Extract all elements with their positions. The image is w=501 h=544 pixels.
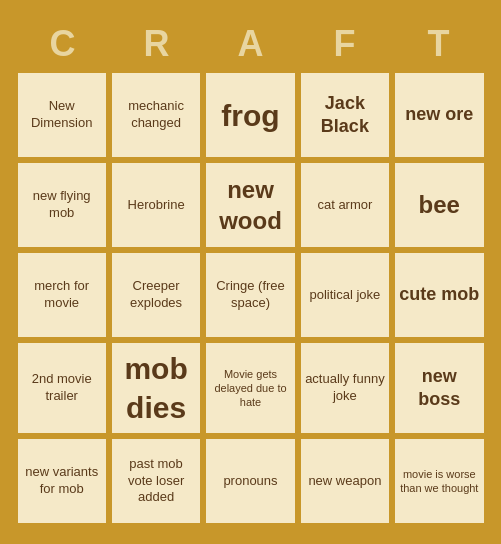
bingo-cell-13[interactable]: political joke: [299, 251, 391, 339]
bingo-cell-text-11: Creeper explodes: [116, 278, 196, 312]
header-f: F: [298, 19, 392, 69]
bingo-cell-text-13: political joke: [309, 287, 380, 304]
bingo-cell-21[interactable]: past mob vote loser added: [110, 437, 202, 525]
bingo-cell-7[interactable]: new wood: [204, 161, 296, 249]
bingo-cell-text-10: merch for movie: [22, 278, 102, 312]
bingo-grid: New Dimensionmechanic changedfrogJack Bl…: [16, 71, 486, 525]
bingo-cell-text-20: new variants for mob: [22, 464, 102, 498]
bingo-cell-24[interactable]: movie is worse than we thought: [393, 437, 485, 525]
bingo-cell-14[interactable]: cute mob: [393, 251, 485, 339]
bingo-cell-10[interactable]: merch for movie: [16, 251, 108, 339]
bingo-cell-9[interactable]: bee: [393, 161, 485, 249]
bingo-cell-5[interactable]: new flying mob: [16, 161, 108, 249]
bingo-cell-text-2: frog: [221, 96, 279, 135]
bingo-cell-16[interactable]: mob dies: [110, 341, 202, 435]
bingo-cell-text-21: past mob vote loser added: [116, 456, 196, 507]
bingo-cell-17[interactable]: Movie gets delayed due to hate: [204, 341, 296, 435]
bingo-cell-22[interactable]: pronouns: [204, 437, 296, 525]
bingo-cell-text-6: Herobrine: [128, 197, 185, 214]
bingo-cell-23[interactable]: new weapon: [299, 437, 391, 525]
bingo-cell-text-14: cute mob: [399, 283, 479, 306]
bingo-cell-3[interactable]: Jack Black: [299, 71, 391, 159]
header-a: A: [204, 19, 298, 69]
bingo-cell-text-9: bee: [419, 189, 460, 220]
header-c: C: [16, 19, 110, 69]
bingo-cell-8[interactable]: cat armor: [299, 161, 391, 249]
bingo-cell-text-19: new boss: [399, 365, 479, 412]
bingo-cell-1[interactable]: mechanic changed: [110, 71, 202, 159]
bingo-cell-text-4: new ore: [405, 103, 473, 126]
bingo-cell-19[interactable]: new boss: [393, 341, 485, 435]
bingo-cell-2[interactable]: frog: [204, 71, 296, 159]
header-r: R: [110, 19, 204, 69]
bingo-cell-text-23: new weapon: [308, 473, 381, 490]
bingo-card: C R A F T New Dimensionmechanic changedf…: [6, 9, 496, 535]
bingo-cell-text-0: New Dimension: [22, 98, 102, 132]
bingo-cell-12[interactable]: Cringe (free space): [204, 251, 296, 339]
header-t: T: [392, 19, 486, 69]
bingo-cell-4[interactable]: new ore: [393, 71, 485, 159]
bingo-cell-11[interactable]: Creeper explodes: [110, 251, 202, 339]
bingo-cell-text-15: 2nd movie trailer: [22, 371, 102, 405]
bingo-cell-15[interactable]: 2nd movie trailer: [16, 341, 108, 435]
bingo-cell-text-8: cat armor: [317, 197, 372, 214]
bingo-cell-text-7: new wood: [210, 174, 290, 236]
bingo-cell-text-1: mechanic changed: [116, 98, 196, 132]
bingo-cell-text-22: pronouns: [223, 473, 277, 490]
bingo-cell-text-24: movie is worse than we thought: [399, 467, 479, 496]
bingo-cell-text-3: Jack Black: [305, 92, 385, 139]
bingo-cell-6[interactable]: Herobrine: [110, 161, 202, 249]
bingo-cell-0[interactable]: New Dimension: [16, 71, 108, 159]
bingo-cell-text-17: Movie gets delayed due to hate: [210, 367, 290, 410]
bingo-cell-18[interactable]: actually funny joke: [299, 341, 391, 435]
bingo-cell-text-5: new flying mob: [22, 188, 102, 222]
bingo-cell-text-16: mob dies: [116, 349, 196, 427]
bingo-cell-text-12: Cringe (free space): [210, 278, 290, 312]
bingo-header: C R A F T: [16, 19, 486, 69]
bingo-cell-20[interactable]: new variants for mob: [16, 437, 108, 525]
bingo-cell-text-18: actually funny joke: [305, 371, 385, 405]
